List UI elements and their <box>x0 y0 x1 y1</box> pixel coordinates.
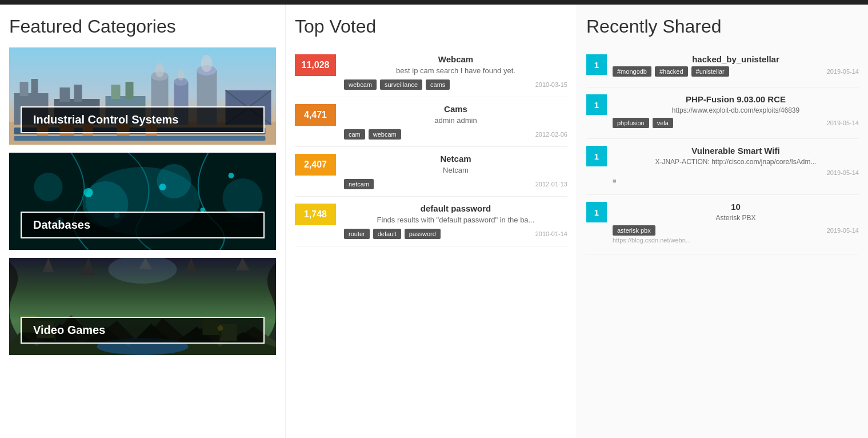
tag-router[interactable]: router <box>344 229 370 239</box>
voted-tags-row-2: cam webcam 2012-02-06 <box>344 129 567 140</box>
recent-title-2: PHP-Fusion 9.03.00 RCE <box>613 94 859 104</box>
recent-tags-row-1: #mongodb #hacked #unistellar 2019-05-14 <box>613 66 859 77</box>
voted-desc-2: admin admin <box>344 116 567 125</box>
recent-tags-row-2: phpfusion vela 2019-05-14 <box>613 118 859 128</box>
svg-rect-6 <box>60 87 70 102</box>
rank-badge-3: 1 <box>586 146 607 166</box>
vote-badge-1: 11,028 <box>295 54 336 76</box>
voted-title-1: Webcam <box>344 54 567 64</box>
category-label-wrap-vg: Video Games <box>21 317 265 344</box>
featured-categories-title: Featured Categories <box>9 16 276 37</box>
recent-title-4: 10 <box>613 202 859 212</box>
tag-cams[interactable]: cams <box>426 79 450 90</box>
tag-mongodb[interactable]: #mongodb <box>613 66 651 77</box>
vote-badge-2: 4,471 <box>295 104 336 126</box>
voted-tags-left-3: netcam <box>344 179 374 189</box>
recent-item-1[interactable]: 1 hacked_by_unistellar #mongodb #hacked … <box>586 47 859 87</box>
category-label-wrap-ics: Industrial Control Systems <box>21 106 265 133</box>
top-bar <box>0 0 868 5</box>
tag-webcam2[interactable]: webcam <box>369 129 401 140</box>
voted-content-2: Cams admin admin cam webcam 2012-02-06 <box>344 104 567 140</box>
recent-date-2: 2019-05-14 <box>827 120 859 126</box>
recently-shared-column: Recently Shared 1 hacked_by_unistellar #… <box>577 5 868 438</box>
recent-extra-3: ■ <box>613 177 859 184</box>
tag-netcam[interactable]: netcam <box>344 179 374 189</box>
svg-point-17 <box>155 63 165 77</box>
tag-vela[interactable]: vela <box>653 118 673 128</box>
category-label-vg: Video Games <box>21 317 265 344</box>
tag-webcam[interactable]: webcam <box>344 79 377 90</box>
voted-title-2: Cams <box>344 104 567 114</box>
recent-header-1: 1 hacked_by_unistellar #mongodb #hacked … <box>586 54 859 77</box>
voted-date-4: 2010-01-14 <box>535 230 567 237</box>
voted-tags-left-1: webcam surveillance cams <box>344 79 450 90</box>
recently-shared-title: Recently Shared <box>586 16 859 37</box>
tag-hacked[interactable]: #hacked <box>655 66 688 77</box>
svg-point-36 <box>84 188 93 197</box>
tag-surveillance[interactable]: surveillance <box>380 79 422 90</box>
top-voted-title: Top Voted <box>295 16 567 37</box>
voted-desc-4: Finds results with "default password" in… <box>344 216 567 224</box>
recent-tags-left-2: phpfusion vela <box>613 118 673 128</box>
tag-default[interactable]: default <box>373 229 401 239</box>
voted-tags-left-2: cam webcam <box>344 129 401 140</box>
svg-point-31 <box>34 173 63 201</box>
tag-password[interactable]: password <box>405 229 441 239</box>
category-card-vg[interactable]: Video Games <box>9 258 276 355</box>
svg-rect-3 <box>20 82 29 96</box>
svg-rect-10 <box>126 82 134 99</box>
voted-item-1[interactable]: 11,028 Webcam best ip cam search I have … <box>295 47 567 97</box>
top-voted-column: Top Voted 11,028 Webcam best ip cam sear… <box>286 5 577 438</box>
category-card-databases[interactable]: Databases <box>9 153 276 250</box>
voted-item-3[interactable]: 2,407 Netcam Netcam netcam 2012-01-13 <box>295 147 567 197</box>
voted-tags-left-4: router default password <box>344 229 441 239</box>
tag-asterisk[interactable]: asterisk pbx <box>613 225 655 236</box>
svg-rect-7 <box>74 85 82 102</box>
main-layout: Featured Categories <box>0 5 868 438</box>
recent-body-1: hacked_by_unistellar #mongodb #hacked #u… <box>613 54 859 77</box>
rank-badge-4: 1 <box>586 202 607 222</box>
voted-content-4: default password Finds results with "def… <box>344 204 567 239</box>
voted-title-4: default password <box>344 204 567 213</box>
svg-rect-24 <box>14 136 266 141</box>
voted-content-3: Netcam Netcam netcam 2012-01-13 <box>344 154 567 189</box>
recent-item-4[interactable]: 1 10 Asterisk PBX asterisk pbx 2019-05-1… <box>586 195 859 254</box>
voted-tags-row-1: webcam surveillance cams 2010-03-15 <box>344 79 567 90</box>
recent-tags-left-4: asterisk pbx <box>613 225 655 236</box>
voted-title-3: Netcam <box>344 154 567 164</box>
recent-body-4: 10 Asterisk PBX asterisk pbx 2019-05-14 … <box>613 202 859 244</box>
rank-badge-1: 1 <box>586 54 607 75</box>
voted-desc-3: Netcam <box>344 166 567 174</box>
voted-date-3: 2012-01-13 <box>535 181 567 188</box>
recent-url-2: https://www.exploit-db.com/exploits/4683… <box>613 106 859 114</box>
vote-badge-3: 2,407 <box>295 154 336 176</box>
recent-header-3: 1 Vulnerable Smart Wifi X-JNAP-ACTION: h… <box>586 146 859 184</box>
svg-point-19 <box>201 55 213 72</box>
voted-date-2: 2012-02-06 <box>535 131 567 138</box>
voted-tags-row-4: router default password 2010-01-14 <box>344 229 567 239</box>
voted-item-4[interactable]: 1,748 default password Finds results wit… <box>295 197 567 246</box>
recent-tags-left-1: #mongodb #hacked #unistellar <box>613 66 729 77</box>
recent-date-4: 2019-05-14 <box>827 227 859 234</box>
recent-extra-4: https://blog.csdn.net/webn... <box>613 237 859 244</box>
tag-unistellar[interactable]: #unistellar <box>691 66 729 77</box>
category-card-ics[interactable]: Industrial Control Systems <box>9 47 276 145</box>
voted-date-1: 2010-03-15 <box>535 81 567 88</box>
voted-item-2[interactable]: 4,471 Cams admin admin cam webcam 2012-0… <box>295 97 567 147</box>
recent-date-3: 2019-05-14 <box>827 169 859 176</box>
rank-badge-2: 1 <box>586 94 607 115</box>
category-label-wrap-db: Databases <box>21 212 265 238</box>
recent-body-3: Vulnerable Smart Wifi X-JNAP-ACTION: htt… <box>613 146 859 184</box>
featured-categories-column: Featured Categories <box>0 5 286 438</box>
vote-badge-4: 1,748 <box>295 204 336 225</box>
voted-content-1: Webcam best ip cam search I have found y… <box>344 54 567 90</box>
recent-item-3[interactable]: 1 Vulnerable Smart Wifi X-JNAP-ACTION: h… <box>586 139 859 195</box>
recent-tags-row-3: 2019-05-14 <box>613 169 859 176</box>
recent-item-2[interactable]: 1 PHP-Fusion 9.03.00 RCE https://www.exp… <box>586 87 859 139</box>
svg-rect-9 <box>111 85 121 99</box>
recent-header-4: 1 10 Asterisk PBX asterisk pbx 2019-05-1… <box>586 202 859 244</box>
recent-date-1: 2019-05-14 <box>827 68 859 75</box>
tag-cam[interactable]: cam <box>344 129 365 140</box>
recent-url-4: Asterisk PBX <box>613 214 859 222</box>
tag-phpfusion[interactable]: phpfusion <box>613 118 649 128</box>
